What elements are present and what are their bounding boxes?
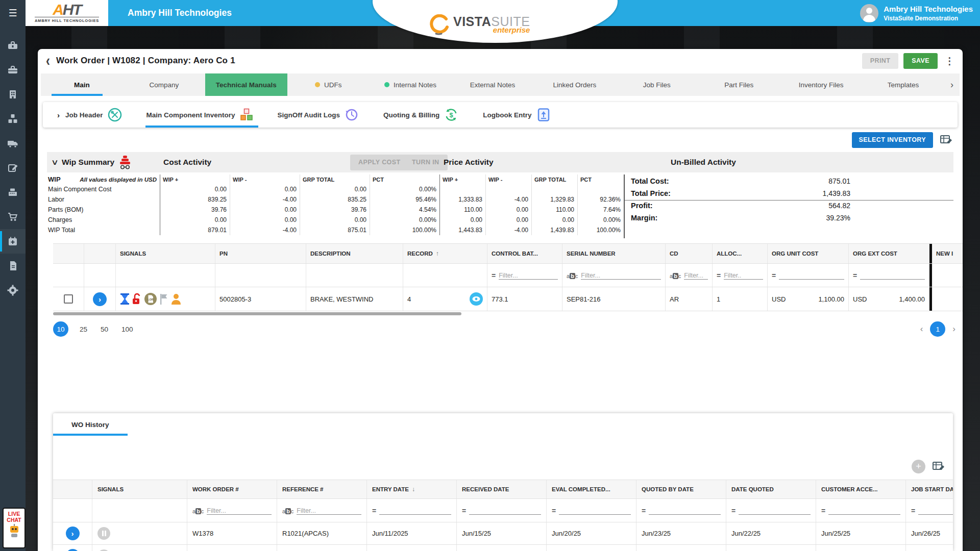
text-filter-icon[interactable]: abc [567,272,578,280]
overflow-menu-icon[interactable]: ⋮ [945,55,954,67]
inventory-row[interactable]: › LOR 5002805-3 BRAKE, WESTWIND 4 773.1 … [53,287,963,311]
sidebar-item-briefcase[interactable] [0,58,26,82]
logo-caption: AMBRY HILL TECHNOLOGIES [35,17,99,23]
tab-main[interactable]: Main [41,73,123,96]
view-record-icon[interactable] [470,292,483,306]
quoted-by-date-cell: Jun/23/25 [636,522,726,544]
sidebar-item-purchasing[interactable] [0,205,26,229]
alloc-filter-input[interactable] [724,272,763,279]
subtab-quoting-billing[interactable]: Quoting & Billing $ [371,102,471,128]
page-size-100[interactable]: 100 [121,325,133,333]
next-page-icon[interactable]: › [952,324,955,334]
tab-technical-manuals[interactable]: Technical Manuals [205,73,287,96]
history-row[interactable]: › W1130 R1212 May/22/2024 May/27/24 May/… [53,545,953,551]
tab-part-files[interactable]: Part Files [698,73,780,96]
tab-external-notes[interactable]: External Notes [452,73,534,96]
reference-filter-input[interactable] [297,507,361,514]
numeric-filter-icon[interactable]: = [492,271,496,280]
toolbox-icon [7,40,18,51]
svg-text:$: $ [450,111,454,119]
org-ext-cost-filter-input[interactable] [860,272,925,279]
tab-job-files[interactable]: Job Files [616,73,698,96]
date-quoted-filter-input[interactable] [739,507,811,514]
turn-in-button[interactable]: TURN IN [404,155,448,170]
text-filter-icon[interactable]: abc [670,272,681,280]
sidebar-item-settings[interactable] [0,278,26,303]
work-order-filter-input[interactable] [207,507,272,514]
subtab-logbook-entry[interactable]: Logbook Entry [471,102,562,128]
org-unit-cost-filter-input[interactable] [779,272,844,279]
back-icon[interactable]: ‹ [46,53,50,68]
save-button[interactable]: SAVE [903,53,938,69]
sidebar-item-scheduling[interactable] [0,229,26,254]
control-bat-filter-input[interactable] [499,272,558,279]
expand-row-button[interactable]: › [66,527,80,540]
sidebar-item-documents[interactable] [0,254,26,278]
numeric-filter-icon[interactable]: = [772,271,776,280]
customer-accepted-filter-input[interactable] [828,507,900,514]
subtab-signoff-audit-logs[interactable]: SignOff Audit Logs [265,102,371,128]
tab-inventory-files[interactable]: Inventory Files [780,73,862,96]
tab-company[interactable]: Company [123,73,205,96]
page-size-25[interactable]: 25 [80,325,87,333]
flag-signal-icon[interactable] [159,293,168,305]
inventory-table: SIGNALS PN DESCRIPTION RECORD↑ CONTROL B… [53,243,963,311]
avatar[interactable] [860,4,878,22]
page-size-50[interactable]: 50 [101,325,108,333]
received-date-cell: Jun/15/25 [457,522,547,544]
history-row[interactable]: › W1378 R1021(APCAS) Jun/11/2025 Jun/15/… [53,522,953,545]
expand-row-button[interactable]: › [66,549,80,551]
subtab-main-component-inventory[interactable]: Main Component Inventory [134,102,265,128]
cd-filter-input[interactable] [684,272,708,279]
numeric-filter-icon[interactable]: = [717,271,721,280]
user-menu[interactable]: Ambry Hill Technologies VistaSuite Demon… [860,0,973,26]
text-filter-icon[interactable]: abc [192,508,204,515]
add-row-icon[interactable]: + [912,460,925,473]
live-chat-button[interactable]: LIVE CHAT [3,508,26,548]
job-start-filter-input[interactable] [918,507,953,514]
text-filter-icon[interactable]: abc [282,508,293,515]
unbilled-activity-heading: Un-Billed Activity [671,158,736,167]
tab-wo-history[interactable]: WO History [53,413,128,436]
received-date-filter-input[interactable] [469,507,541,514]
edit-grid-columns-icon[interactable] [933,461,945,472]
person-signal-icon[interactable] [170,293,182,305]
tab-internal-notes[interactable]: Internal Notes [370,73,452,96]
org-unit-cost-cell: USD1,100.00 [768,287,849,311]
subtab-job-header[interactable]: › Job Header [45,102,134,128]
job-header-tools-icon [108,108,122,122]
prev-page-icon[interactable]: ‹ [920,324,923,334]
quoted-by-filter-input[interactable] [649,507,721,514]
serial-filter-input[interactable] [581,272,661,279]
hourglass-signal-icon[interactable] [120,293,130,305]
sidebar-item-shipping[interactable] [0,131,26,156]
eval-completed-cell: Jun/20/25 [547,522,636,544]
tab-templates[interactable]: Templates [862,73,944,96]
sidebar-item-point-of-sale[interactable] [0,180,26,205]
horizontal-scrollbar[interactable] [53,312,461,315]
current-page[interactable]: 1 [930,321,945,337]
entry-date-filter-input[interactable] [379,507,451,514]
sidebar-item-parts[interactable] [0,107,26,131]
sidebar-item-company[interactable] [0,82,26,107]
apply-cost-button[interactable]: APPLY COST [350,155,409,170]
lor-document-signal-icon[interactable]: LOR [144,292,157,306]
numeric-filter-icon[interactable]: = [853,271,857,280]
wip-summary-toggle[interactable]: ∨ Wip Summary [52,155,132,170]
print-button[interactable]: PRINT [862,53,899,69]
tab-linked-orders[interactable]: Linked Orders [533,73,616,96]
sidebar-item-edit-orders[interactable] [0,156,26,180]
eval-completed-filter-input[interactable] [559,507,631,514]
edit-grid-columns-icon[interactable] [940,134,952,145]
expand-row-button[interactable]: › [93,292,107,306]
row-checkbox[interactable] [64,294,73,304]
sidebar-item-toolbox[interactable] [0,33,26,58]
menu-icon[interactable]: ☰ [0,0,26,26]
tab-udfs[interactable]: UDFs [287,73,370,96]
received-date-cell: May/27/24 [457,545,547,551]
tabs-scroll-right-icon[interactable]: › [944,73,960,96]
page-size-10[interactable]: 10 [53,321,68,337]
document-icon [7,260,18,271]
select-inventory-button[interactable]: SELECT INVENTORY [852,132,933,148]
unlocked-signal-icon[interactable] [132,293,142,305]
